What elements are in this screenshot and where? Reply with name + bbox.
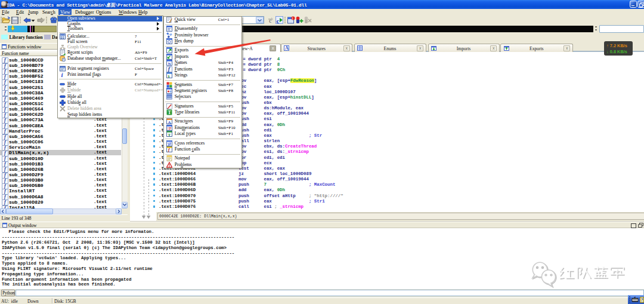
svg-text:i: i xyxy=(61,72,64,78)
svg-text:N: N xyxy=(168,62,171,66)
svg-text:T: T xyxy=(168,133,171,137)
svg-text:T: T xyxy=(168,110,172,115)
svg-text:A: A xyxy=(285,45,289,51)
svg-text:s: s xyxy=(168,73,170,78)
svg-text:A: A xyxy=(168,120,171,124)
svg-text:!: ! xyxy=(292,17,293,20)
svg-text:c: c xyxy=(276,17,279,24)
